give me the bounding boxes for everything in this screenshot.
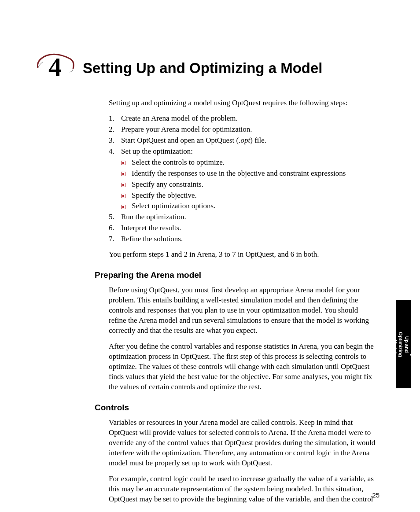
list-text: Run the optimization. — [121, 212, 377, 222]
body-paragraph: After you define the control variables a… — [109, 342, 377, 392]
chapter-header: 4 Setting Up and Optimizing a Model — [35, 55, 322, 81]
list-item: Specify any constraints. — [121, 180, 377, 190]
list-text: Create an Arena model of the problem. — [121, 114, 377, 124]
list-item: 4. Set up the optimization: — [109, 147, 377, 157]
svg-rect-3 — [122, 173, 124, 175]
intro-paragraph: Setting up and optimizing a model using … — [109, 98, 377, 108]
list-number: 2. — [109, 125, 121, 135]
section-heading-controls: Controls — [95, 402, 377, 413]
list-item: Specify the objective. — [121, 191, 377, 201]
list-number: 5. — [109, 212, 121, 222]
list-text: Refine the solutions. — [121, 234, 377, 244]
page: 4 Setting Up and Optimizing a Model Sett… — [0, 0, 420, 512]
list-text: Start OptQuest and open an OptQuest (.op… — [121, 136, 377, 146]
list-item: 2. Prepare your Arena model for optimiza… — [109, 125, 377, 135]
square-bullet-icon — [121, 158, 132, 166]
list-number: 4. — [109, 147, 121, 157]
chapter-title: Setting Up and Optimizing a Model — [83, 59, 322, 78]
square-bullet-icon — [121, 169, 132, 177]
list-text: Select the controls to optimize. — [132, 158, 225, 168]
list-text: Specify any constraints. — [132, 180, 203, 190]
svg-rect-1 — [122, 162, 124, 164]
body-paragraph: For example, control logic could be used… — [109, 474, 377, 505]
list-text: Select optimization options. — [132, 201, 215, 211]
list-number: 3. — [109, 136, 121, 146]
side-tab-label: 4 • Setting Up and Optimizing a Model — [391, 332, 416, 357]
page-number: 25 — [372, 491, 379, 500]
list-number: 7. — [109, 234, 121, 244]
list-item: 5. Run the optimization. — [109, 212, 377, 222]
square-bullet-icon — [121, 192, 132, 199]
side-tab: 4 • Setting Up and Optimizing a Model — [396, 300, 411, 388]
square-bullet-icon — [121, 202, 132, 210]
list-item: 3. Start OptQuest and open an OptQuest (… — [109, 136, 377, 146]
list-number: 1. — [109, 114, 121, 124]
body-paragraph: Before using OptQuest, you must first de… — [109, 285, 377, 336]
content-area: Setting up and optimizing a model using … — [109, 98, 377, 510]
chapter-number: 4 — [48, 49, 62, 85]
list-text: Identify the responses to use in the obj… — [132, 169, 346, 179]
svg-rect-7 — [122, 195, 124, 197]
list-text: Interpret the results. — [121, 223, 377, 233]
square-bullet-icon — [121, 180, 132, 188]
list-item: 6. Interpret the results. — [109, 223, 377, 233]
list-number: 6. — [109, 223, 121, 233]
steps-list: 1. Create an Arena model of the problem.… — [109, 114, 377, 244]
steps-note: You perform steps 1 and 2 in Arena, 3 to… — [109, 250, 377, 260]
sub-list: Select the controls to optimize. Identif… — [121, 158, 377, 212]
list-item: Select the controls to optimize. — [121, 158, 377, 168]
svg-rect-5 — [122, 184, 124, 186]
section-heading-preparing: Preparing the Arena model — [95, 269, 377, 281]
svg-rect-9 — [122, 206, 124, 208]
list-item: Identify the responses to use in the obj… — [121, 169, 377, 179]
body-paragraph: Variables or resources in your Arena mod… — [109, 418, 377, 468]
list-text: Set up the optimization: — [121, 147, 377, 157]
list-item: 7. Refine the solutions. — [109, 234, 377, 244]
list-text: Prepare your Arena model for optimizatio… — [121, 125, 377, 135]
list-item: 1. Create an Arena model of the problem. — [109, 114, 377, 124]
chapter-ornament: 4 — [35, 55, 75, 81]
list-item: Select optimization options. — [121, 201, 377, 211]
list-text: Specify the objective. — [132, 191, 197, 201]
